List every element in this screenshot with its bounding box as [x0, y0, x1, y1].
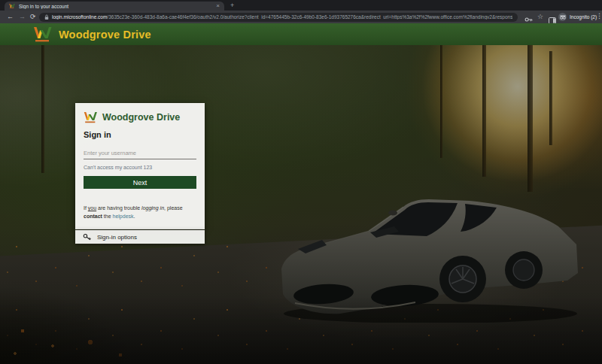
url-bar[interactable]: login.microsoftonline.com/3635c23e-360d-… [39, 13, 518, 22]
woodgrove-favicon-icon [9, 3, 15, 9]
new-tab-button[interactable]: + [230, 1, 234, 10]
username-input[interactable] [84, 148, 196, 159]
woodgrove-logo-icon [33, 26, 53, 42]
cant-access-account-link[interactable]: Can't access my account 123 [84, 165, 196, 170]
help-text-part: are having trouble [96, 205, 141, 211]
key-icon [83, 233, 92, 241]
url-path: /3635c23e-360d-483d-8a6a-cae46f4ef36/oau… [107, 14, 512, 20]
bottom-vignette [0, 296, 602, 364]
url-domain: login.microsoftonline.com [52, 14, 107, 20]
signin-options-bar[interactable]: Sign-in options [75, 230, 205, 244]
url-text: login.microsoftonline.com/3635c23e-360d-… [52, 14, 512, 20]
bookmark-star-icon[interactable]: ☆ [537, 13, 543, 21]
signin-heading: Sign in [84, 130, 196, 139]
help-text-part: . [134, 214, 135, 219]
site-brand-title: Woodgrove Drive [59, 29, 151, 41]
browser-tab[interactable]: Sign in to your account × [5, 2, 224, 11]
incognito-label: Incognito (2) [570, 14, 597, 20]
next-button[interactable]: Next [84, 176, 196, 189]
help-text-part: contact [84, 214, 102, 219]
lock-icon [44, 14, 49, 20]
help-text: If you are having trouble logging in, pl… [84, 205, 196, 220]
reload-icon[interactable]: ⟳ [30, 13, 36, 21]
browser-toolbar: ← → ⟳ login.microsoftonline.com/3635c23e… [0, 11, 602, 23]
help-text-part: the [102, 214, 113, 219]
tab-title: Sign in to your account [19, 4, 212, 9]
signin-card: Woodgrove Drive Sign in Can't access my … [75, 103, 205, 229]
help-text-part: you [88, 205, 96, 211]
forward-icon[interactable]: → [19, 13, 26, 21]
browser-menu-icon[interactable]: ⋮ [596, 12, 602, 20]
help-text-part: , please [164, 205, 183, 211]
helpdesk-link[interactable]: helpdesk [113, 214, 134, 219]
help-text-part: logging in [141, 205, 164, 211]
browser-window: Sign in to your account × + ← → ⟳ login.… [0, 0, 602, 364]
woodgrove-logo-icon [84, 111, 98, 123]
tab-strip: Sign in to your account × + [0, 0, 602, 11]
back-icon[interactable]: ← [7, 13, 14, 21]
incognito-avatar-icon[interactable] [558, 13, 567, 21]
site-header: Woodgrove Drive [0, 23, 602, 45]
signin-options-label: Sign-in options [97, 234, 137, 241]
login-page: Woodgrove Drive Woodgrove Drive Sign in [0, 23, 602, 364]
card-brand-row: Woodgrove Drive [84, 111, 196, 123]
tab-close-icon[interactable]: × [216, 3, 220, 9]
card-brand-title: Woodgrove Drive [102, 112, 180, 123]
